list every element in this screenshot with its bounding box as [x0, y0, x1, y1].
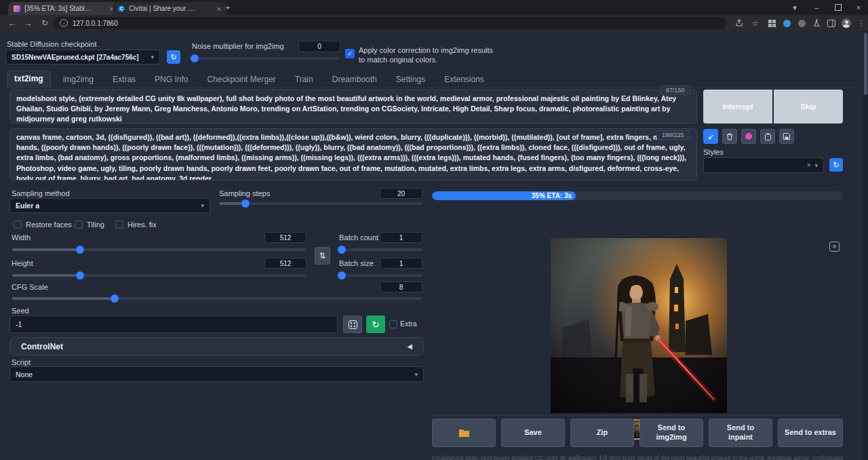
extension-grid-icon[interactable] [766, 18, 777, 28]
slider-fill [12, 274, 80, 277]
open-folder-button[interactable] [432, 419, 496, 447]
seed-input[interactable] [9, 315, 338, 333]
refresh-styles-button[interactable]: ↻ [829, 158, 843, 172]
tab-search-icon[interactable]: ▾ [785, 0, 804, 15]
profile-avatar[interactable] [841, 18, 852, 28]
height-value[interactable]: 512 [264, 258, 307, 269]
height-slider[interactable] [12, 274, 307, 277]
window-close-button[interactable]: × [849, 0, 868, 15]
close-preview-button[interactable]: × [829, 242, 840, 252]
hires-fix-checkbox[interactable] [115, 221, 123, 229]
slider-knob[interactable] [76, 246, 83, 254]
bookmark-star-icon[interactable]: ☆ [750, 18, 761, 28]
send-to-inpaint-button[interactable]: Send to inpaint [709, 419, 772, 447]
extension-dot-icon [798, 20, 806, 27]
checkpoint-label: Stable Diffusion checkpoint [7, 40, 97, 48]
browser-tab-title: Civitai | Share your models [129, 5, 197, 12]
sampling-method-dropdown[interactable]: Euler a ▾ [9, 198, 210, 213]
batch-size-slider[interactable] [339, 274, 422, 277]
slider-knob[interactable] [338, 272, 345, 280]
save-icon [783, 133, 790, 140]
slider-knob[interactable] [338, 246, 345, 254]
scrollbar-thumb[interactable] [864, 33, 867, 95]
batch-count-slider[interactable] [339, 248, 422, 251]
refresh-checkpoints-button[interactable]: ↻ [167, 50, 180, 64]
negative-prompt-input[interactable] [9, 128, 697, 180]
maximize-icon [835, 4, 842, 11]
cfg-scale-slider[interactable] [12, 297, 422, 300]
send-to-img2img-button[interactable]: Send to img2img [639, 419, 703, 447]
batch-count-value[interactable]: 1 [380, 232, 422, 243]
page-scrollbar[interactable] [863, 31, 868, 460]
save-style-button[interactable] [779, 129, 794, 144]
tab-train[interactable]: Train [288, 72, 320, 88]
maximize-button[interactable] [829, 0, 848, 15]
new-tab-button[interactable]: + [221, 0, 235, 15]
negative-token-counter: 198/225 [656, 130, 690, 140]
tab-extensions[interactable]: Extensions [437, 72, 491, 88]
sampling-steps-value[interactable]: 20 [380, 188, 422, 199]
slider-knob[interactable] [242, 200, 250, 208]
tab-dreambooth[interactable]: Dreambooth [326, 72, 384, 88]
share-icon[interactable] [734, 18, 745, 28]
paste-params-button[interactable]: ↙ [703, 129, 718, 144]
restore-faces-checkbox[interactable] [14, 221, 22, 229]
dice-icon [349, 320, 357, 329]
noise-multiplier-value[interactable]: 0 [298, 41, 340, 52]
tiling-checkbox[interactable] [75, 221, 83, 229]
tab-png-info[interactable]: PNG Info [148, 72, 195, 88]
forward-icon[interactable]: → [22, 15, 35, 31]
avatar-icon [842, 18, 851, 28]
reload-icon[interactable]: ↻ [38, 15, 52, 31]
url-text: 127.0.0.1:7860 [73, 20, 118, 27]
tab-extras[interactable]: Extras [106, 72, 142, 88]
swap-dimensions-button[interactable]: ⇅ [315, 247, 330, 265]
tab-img2img[interactable]: img2img [56, 72, 100, 88]
slider-knob[interactable] [111, 295, 119, 303]
prompt-input[interactable] [9, 90, 697, 123]
extension-blue-icon[interactable] [781, 18, 792, 28]
tab-checkpoint-merger[interactable]: Checkpoint Merger [200, 72, 282, 88]
clear-prompt-button[interactable] [722, 129, 737, 144]
sampling-steps-slider[interactable] [219, 202, 422, 205]
checkpoint-dropdown[interactable]: SD15NewVAEpruned.ckpt [27a4ac756c] ▾ [5, 50, 160, 64]
tab-txt2img[interactable]: txt2img [7, 71, 51, 88]
interrupt-button[interactable]: Interrupt [703, 90, 772, 123]
cfg-scale-value[interactable]: 8 [380, 282, 422, 292]
screen: [35% ETA: 3s] Stable Diffusion × C Civit… [0, 0, 868, 460]
script-dropdown[interactable]: None ▾ [9, 366, 424, 382]
address-bar[interactable]: i 127.0.0.1:7860 [53, 17, 727, 29]
batch-size-value[interactable]: 1 [380, 258, 422, 269]
beaker-extension-icon[interactable] [811, 18, 822, 28]
extra-networks-button[interactable] [741, 129, 756, 144]
apply-style-button[interactable] [760, 129, 775, 144]
extension-gray-icon[interactable] [796, 18, 807, 28]
minimize-button[interactable]: – [807, 0, 826, 15]
browser-tab-civitai[interactable]: C Civitai | Share your models × [113, 2, 226, 15]
slider-knob[interactable] [191, 55, 199, 62]
color-correction-checkbox[interactable]: ✓ [345, 49, 355, 58]
send-to-extras-button[interactable]: Send to extras [778, 419, 843, 447]
back-icon[interactable]: ← [5, 15, 19, 31]
browser-menu-icon[interactable]: ⋮ [856, 18, 867, 28]
slider-knob[interactable] [76, 272, 83, 280]
random-seed-button[interactable] [343, 315, 362, 333]
controlnet-accordion[interactable]: ControlNet ◀ [9, 337, 424, 356]
side-panel-icon[interactable] [826, 18, 837, 28]
progress-text: 35% ETA: 3s [532, 192, 576, 199]
save-button[interactable]: Save [501, 419, 565, 447]
extra-seed-checkbox[interactable] [389, 320, 397, 328]
progress-fill: 35% ETA: 3s [432, 191, 576, 200]
skip-button[interactable]: Skip [774, 90, 843, 123]
width-value[interactable]: 512 [264, 232, 307, 243]
zip-button[interactable]: Zip [570, 419, 634, 447]
tab-settings[interactable]: Settings [389, 72, 432, 88]
reuse-seed-button[interactable]: ↻ [366, 315, 385, 333]
width-slider[interactable] [12, 248, 307, 251]
noise-multiplier-slider[interactable] [192, 57, 338, 60]
clear-icon[interactable]: × [807, 161, 811, 169]
site-info-icon[interactable]: i [60, 19, 68, 27]
styles-dropdown[interactable]: × ▾ [703, 157, 824, 173]
generated-image[interactable] [551, 238, 727, 413]
browser-tab-sd[interactable]: [35% ETA: 3s] Stable Diffusion × [8, 2, 119, 15]
